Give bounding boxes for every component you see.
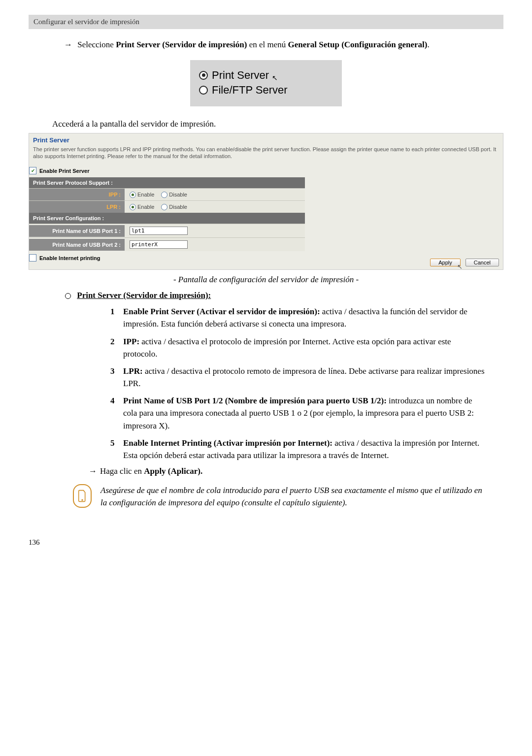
circle-bullet-icon	[65, 293, 71, 299]
print-server-panel: Print Server The printer server function…	[29, 133, 503, 270]
apply-button[interactable]: Apply	[430, 259, 461, 266]
step-bold-2: General Setup (Configuración general)	[288, 40, 428, 49]
step-bold-1: Print Server (Servidor de impresión)	[116, 40, 247, 49]
radio-label: Print Server ↖	[212, 69, 278, 82]
checkbox-label: Enable Print Server	[39, 168, 90, 174]
cancel-button[interactable]: Cancel	[466, 259, 499, 266]
ipp-enable-radio[interactable]: Enable	[130, 192, 154, 198]
usb1-label: Print Name of USB Port 1 :	[29, 225, 125, 237]
ipp-label: IPP :	[29, 189, 125, 200]
panel-body: ✔ Enable Print Server Print Server Proto…	[29, 165, 305, 269]
radio-icon	[130, 204, 136, 210]
radio-menu-screenshot: Print Server ↖ File/FTP Server	[190, 60, 342, 106]
radio-icon	[130, 192, 136, 198]
radio-icon	[161, 192, 167, 198]
page-header-bar: Configurar el servidor de impresión	[29, 15, 503, 29]
svg-point-0	[81, 499, 83, 501]
note-row: Asegúrese de que el nombre de cola intro…	[73, 484, 503, 509]
lpr-label: LPR :	[29, 201, 125, 213]
radio-print-server[interactable]: Print Server ↖	[199, 68, 333, 83]
arrow-right-icon: →	[89, 466, 97, 476]
lpr-row: LPR : Enable Disable	[29, 200, 305, 213]
arrow-cursor-icon: ↖	[457, 263, 463, 270]
arrow-right-icon: →	[64, 40, 72, 49]
configuration-header: Print Server Configuration :	[29, 213, 305, 224]
opt-label: Enable	[137, 192, 154, 197]
list-item: 5Enable Internet Printing (Activar impre…	[110, 437, 485, 461]
page-number: 136	[29, 538, 503, 547]
access-text: Accederá a la pantalla del servidor de i…	[52, 119, 503, 129]
usb2-input[interactable]	[130, 240, 188, 249]
list-item: 2IPP: activa / desactiva el protocolo de…	[110, 335, 485, 360]
note-icon	[73, 484, 92, 508]
radio-icon	[199, 86, 208, 95]
ipp-disable-radio[interactable]: Disable	[161, 192, 187, 198]
lpr-disable-radio[interactable]: Disable	[161, 204, 187, 210]
click-apply-step: →Haga clic en Apply (Aplicar).	[89, 466, 503, 476]
enable-internet-printing-row[interactable]: Enable Internet printing	[29, 251, 305, 264]
step-text-3: .	[427, 40, 429, 49]
list-item: 1Enable Print Server (Activar el servido…	[110, 305, 485, 330]
usb2-label: Print Name of USB Port 2 :	[29, 239, 125, 251]
usb-port-1-row: Print Name of USB Port 1 :	[29, 224, 305, 237]
step-select-print-server: → Seleccione Print Server (Servidor de i…	[64, 39, 478, 51]
step-text-2: en el menú	[247, 40, 288, 49]
opt-label: Disable	[169, 192, 187, 197]
radio-icon	[161, 204, 167, 210]
opt-label: Disable	[169, 204, 187, 210]
section-header-text: Print Server (Servidor de impresión):	[77, 291, 211, 300]
list-item: 3LPR: activa / desactiva el protocolo re…	[110, 365, 485, 390]
ipp-row: IPP : Enable Disable	[29, 188, 305, 200]
checkbox-icon[interactable]: ✔	[29, 167, 36, 174]
panel-description: The printer server function supports LPR…	[29, 146, 503, 165]
list-item: 4Print Name of USB Port 1/2 (Nombre de i…	[110, 394, 485, 431]
lpr-enable-radio[interactable]: Enable	[130, 204, 154, 210]
radio-file-ftp-server[interactable]: File/FTP Server	[199, 83, 333, 98]
usb1-input[interactable]	[130, 227, 188, 235]
checkbox-label: Enable Internet printing	[39, 255, 100, 261]
step-text: Seleccione	[77, 40, 116, 49]
numbered-list: 1Enable Print Server (Activar el servido…	[110, 305, 485, 461]
panel-title: Print Server	[29, 133, 503, 146]
enable-print-server-checkbox-row[interactable]: ✔ Enable Print Server	[29, 165, 305, 177]
protocol-support-header: Print Server Protocol Support :	[29, 177, 305, 188]
figure-caption: - Pantalla de configuración del servidor…	[29, 275, 503, 285]
radio-icon	[199, 71, 208, 80]
note-text: Asegúrese de que el nombre de cola intro…	[100, 484, 490, 509]
hand-cursor-icon: ↖	[272, 74, 278, 82]
usb-port-2-row: Print Name of USB Port 2 :	[29, 237, 305, 251]
opt-label: Enable	[137, 204, 154, 210]
section-header: Print Server (Servidor de impresión):	[65, 291, 503, 300]
radio-label: File/FTP Server	[212, 84, 288, 97]
checkbox-icon[interactable]	[29, 254, 36, 262]
